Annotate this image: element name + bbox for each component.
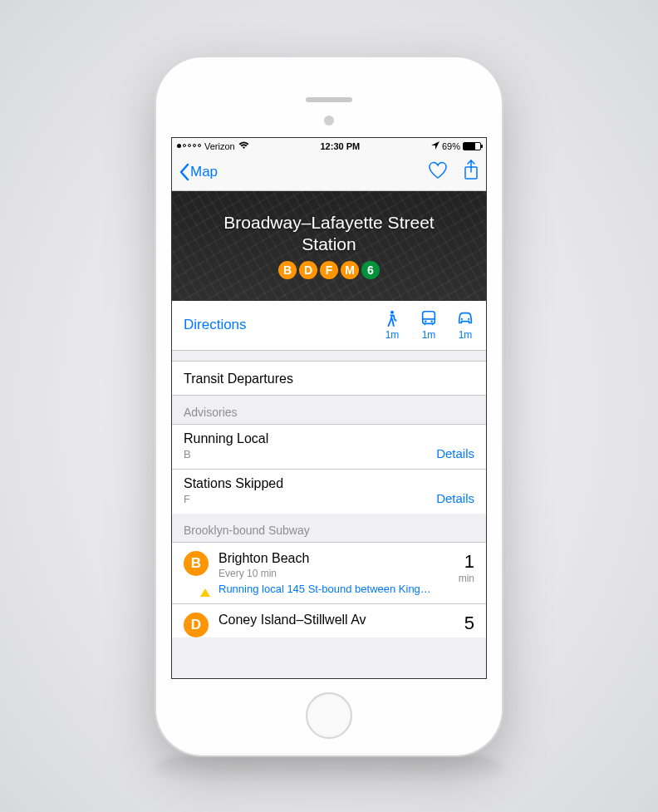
advisory-details-link[interactable]: Details xyxy=(436,491,474,505)
mode-transit[interactable]: 1m xyxy=(420,309,438,341)
advisory-title: Stations Skipped xyxy=(184,476,474,491)
phone-speaker xyxy=(306,97,352,102)
transit-departures-header: Transit Departures xyxy=(172,361,486,396)
wifi-icon xyxy=(238,141,249,151)
departure-time-value: 5 xyxy=(464,613,474,634)
back-label: Map xyxy=(190,164,218,180)
walk-icon xyxy=(383,309,401,327)
home-button[interactable] xyxy=(306,692,352,739)
chevron-left-icon xyxy=(179,163,190,181)
car-icon xyxy=(456,309,474,327)
directions-label: Directions xyxy=(184,317,383,333)
mode-drive-time: 1m xyxy=(459,329,473,341)
svg-point-5 xyxy=(425,320,426,322)
status-time: 12:30 PM xyxy=(320,141,360,151)
mode-transit-time: 1m xyxy=(422,329,436,341)
departure-row[interactable]: D Coney Island–Stillwell Av 5 xyxy=(172,603,486,637)
advisory-row[interactable]: Running Local B Details xyxy=(172,424,486,469)
svg-point-2 xyxy=(390,311,394,314)
svg-rect-3 xyxy=(423,312,435,324)
advisory-line: B xyxy=(184,448,474,460)
subway-badge-m: M xyxy=(341,261,359,279)
svg-point-6 xyxy=(430,320,432,322)
svg-point-10 xyxy=(468,318,469,320)
battery-percent: 69% xyxy=(442,141,460,151)
heart-icon xyxy=(428,161,448,180)
subway-badge-b: B xyxy=(278,261,297,279)
advisory-title: Running Local xyxy=(184,431,474,446)
subway-badge-b: B xyxy=(184,551,209,576)
direction-header: Brooklyn-bound Subway xyxy=(172,514,486,542)
location-icon xyxy=(431,141,439,151)
advisory-details-link[interactable]: Details xyxy=(436,446,474,460)
station-hero: Broadway–Lafayette Street Station B D F … xyxy=(172,191,486,301)
departure-row[interactable]: B Brighton Beach Every 10 min Running lo… xyxy=(172,542,486,603)
share-icon xyxy=(463,160,479,181)
advisory-line: F xyxy=(184,493,474,505)
share-button[interactable] xyxy=(463,160,479,185)
advisories-header: Advisories xyxy=(172,396,486,424)
mode-walk-time: 1m xyxy=(385,329,400,341)
favorite-button[interactable] xyxy=(428,161,448,183)
departure-destination: Coney Island–Stillwell Av xyxy=(219,613,454,627)
subway-badge-d: D xyxy=(184,613,209,637)
subway-badge-f: F xyxy=(320,261,338,279)
station-title: Broadway–Lafayette Street Station xyxy=(223,212,434,253)
departure-note[interactable]: Running local 145 St-bound between King… xyxy=(219,583,449,595)
subway-badge-6: 6 xyxy=(361,261,380,279)
subway-line-badges: B D F M 6 xyxy=(278,261,380,279)
status-bar: Verizon 12:30 PM 69% xyxy=(172,138,486,155)
nav-bar: Map xyxy=(172,155,486,191)
departure-time-value: 1 xyxy=(459,551,474,573)
departure-destination: Brighton Beach xyxy=(219,551,449,566)
phone-camera xyxy=(324,116,334,125)
departure-frequency: Every 10 min xyxy=(219,568,449,579)
alert-icon xyxy=(200,588,210,597)
battery-icon xyxy=(463,142,481,150)
mode-walk[interactable]: 1m xyxy=(383,309,401,341)
back-button[interactable]: Map xyxy=(179,163,218,181)
signal-strength-icon xyxy=(177,144,201,148)
advisory-row[interactable]: Stations Skipped F Details xyxy=(172,469,486,514)
phone-frame: Verizon 12:30 PM 69% Map xyxy=(156,57,502,755)
departure-time-unit: min xyxy=(459,573,474,584)
screen: Verizon 12:30 PM 69% Map xyxy=(171,137,487,679)
subway-badge-d: D xyxy=(299,261,317,279)
mode-drive[interactable]: 1m xyxy=(456,309,474,341)
svg-point-9 xyxy=(461,318,463,320)
carrier-label: Verizon xyxy=(204,141,235,151)
bus-icon xyxy=(420,309,438,327)
station-title-line1: Broadway–Lafayette Street xyxy=(223,213,434,232)
station-title-line2: Station xyxy=(302,234,356,253)
directions-bar[interactable]: Directions 1m 1m 1m xyxy=(172,301,486,351)
